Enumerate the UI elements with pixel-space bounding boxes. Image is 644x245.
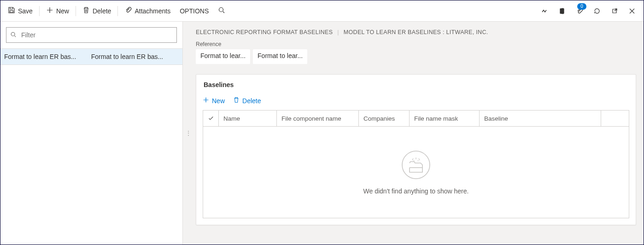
attachments-indicator[interactable]: 0: [571, 0, 588, 21]
column-name[interactable]: Name: [219, 111, 277, 126]
empty-text: We didn't find anything to show here.: [363, 187, 469, 195]
panel-title: Baselines: [196, 75, 636, 93]
reference-label: Reference: [196, 41, 636, 47]
panel-new-label: New: [212, 97, 225, 105]
popout-button[interactable]: [606, 0, 623, 21]
svg-point-3: [402, 151, 430, 179]
breadcrumb-separator: |: [337, 29, 339, 35]
refresh-button[interactable]: [588, 0, 606, 21]
filter-input[interactable]: [20, 31, 173, 39]
breadcrumb-seg2[interactable]: MODEL TO LEARN ER BASELINES : LITWARE, I…: [344, 29, 488, 35]
list-item[interactable]: Format to learn ER bas... Format to lear…: [0, 48, 182, 65]
column-file-component[interactable]: File component name: [277, 111, 359, 126]
list-item-col2: Format to learn ER bas...: [91, 53, 179, 60]
paperclip-icon: [124, 6, 132, 15]
separator: [117, 6, 118, 16]
column-spacer: [601, 111, 629, 126]
options-label: OPTIONS: [180, 7, 209, 15]
new-label: New: [56, 7, 69, 15]
detail-pane: ⋮ ELECTRONIC REPORTING FORMAT BASELINES …: [183, 22, 644, 245]
column-file-mask[interactable]: File name mask: [410, 111, 480, 126]
breadcrumb-seg1[interactable]: ELECTRONIC REPORTING FORMAT BASELINES: [196, 29, 333, 35]
search-button[interactable]: [213, 0, 230, 21]
trash-icon: [233, 97, 240, 105]
svg-rect-0: [10, 11, 13, 12]
action-toolbar: Save New Delete Attachments OPTIONS: [0, 0, 644, 22]
plus-icon: [203, 97, 209, 105]
baselines-panel: Baselines New Delete: [196, 74, 636, 225]
new-button[interactable]: New: [41, 0, 74, 21]
options-button[interactable]: OPTIONS: [175, 0, 213, 21]
attachments-button[interactable]: Attachments: [120, 0, 175, 21]
list-pane: Format to learn ER bas... Format to lear…: [0, 22, 183, 245]
attachment-badge: 0: [577, 3, 586, 10]
grid-empty-state: We didn't find anything to show here.: [203, 127, 629, 218]
breadcrumb: ELECTRONIC REPORTING FORMAT BASELINES | …: [196, 29, 636, 35]
reference-value-2[interactable]: Format to lear...: [253, 49, 307, 64]
search-icon: [218, 6, 225, 15]
trash-icon: [82, 6, 90, 15]
panel-new-button[interactable]: New: [203, 97, 225, 105]
attachments-label: Attachments: [135, 7, 170, 15]
save-button[interactable]: Save: [3, 0, 37, 21]
baselines-grid: Name File component name Companies File …: [203, 110, 629, 218]
column-baseline[interactable]: Baseline: [480, 111, 601, 126]
close-button[interactable]: [623, 0, 641, 21]
office-icon[interactable]: [553, 0, 571, 21]
column-select[interactable]: [203, 111, 219, 126]
delete-label: Delete: [93, 7, 111, 15]
save-label: Save: [18, 7, 33, 15]
column-companies[interactable]: Companies: [359, 111, 410, 126]
reference-value-1[interactable]: Format to lear...: [196, 49, 250, 64]
list-item-col1: Format to learn ER bas...: [4, 53, 91, 60]
save-icon: [8, 6, 15, 15]
empty-folder-icon: [401, 150, 431, 181]
svg-point-1: [219, 8, 223, 12]
splitter-handle[interactable]: ⋮: [186, 132, 191, 134]
grid-header: Name File component name Companies File …: [203, 111, 629, 127]
separator: [39, 6, 40, 16]
delete-button[interactable]: Delete: [78, 0, 116, 21]
filter-box[interactable]: [6, 27, 177, 43]
separator: [76, 6, 76, 16]
plus-icon: [46, 6, 53, 15]
search-icon: [10, 31, 17, 39]
panel-delete-label: Delete: [242, 97, 261, 105]
connector-icon[interactable]: [536, 0, 553, 21]
svg-point-2: [11, 32, 15, 36]
panel-delete-button[interactable]: Delete: [233, 97, 261, 105]
